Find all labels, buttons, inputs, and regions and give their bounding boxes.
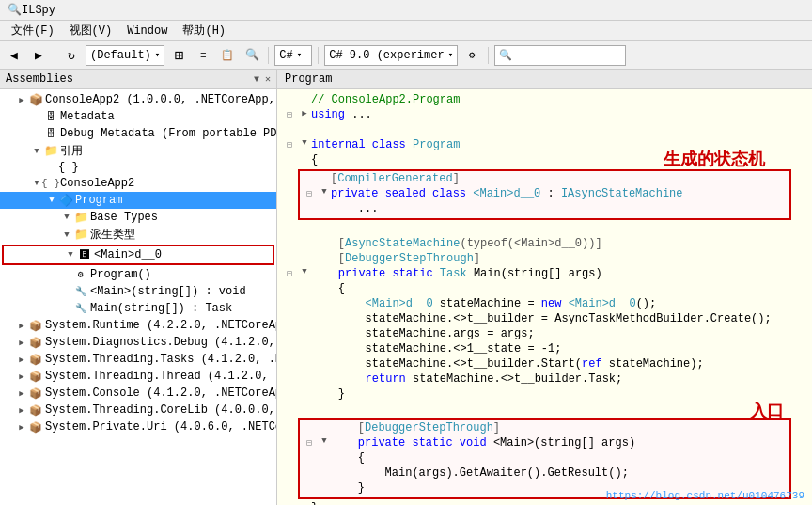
refresh-button[interactable]: ↻ (61, 45, 82, 66)
gutter-5 (281, 153, 298, 154)
lang-dropdown[interactable]: C# ▾ (274, 45, 312, 66)
collapse-button[interactable]: ▼ ✕ (254, 73, 271, 85)
label-sysprivateuri: System.Private.Uri (4.0.6.0, .NETCoreApp (45, 420, 276, 434)
gutter-27 (281, 501, 298, 502)
menu-file[interactable]: 文件(F) (4, 21, 62, 40)
gutter-8 (301, 202, 318, 203)
tree-item-program[interactable]: ▼ 🔷 Program (0, 192, 276, 209)
tree-item-main-str[interactable]: 🔧 <Main>(string[]) : void (0, 283, 276, 300)
back-button[interactable]: ◀ (4, 45, 24, 66)
tree-item-basetypes[interactable]: ▼ 📁 Base Types (0, 209, 276, 226)
gutter-17 (281, 342, 298, 343)
label-empty1: { } (58, 161, 79, 174)
label-refs: 引用 (60, 143, 83, 159)
label-metadata: Metadata (60, 110, 115, 123)
tree-item-debug-metadata[interactable]: 🗄 Debug Metadata (From portable PDE (0, 125, 276, 142)
asm-icon-sysdiag: 📦 (28, 335, 43, 350)
expander-prog[interactable]: ▼ (45, 194, 58, 207)
gutter-20 (281, 387, 298, 388)
search-box[interactable]: 🔍 (494, 45, 626, 66)
tree-item-main-task[interactable]: 🔧 Main(string[]) : Task (0, 300, 276, 317)
expander-systasks[interactable]: ▶ (15, 353, 28, 366)
gutter-13 (281, 282, 298, 283)
tree-item-refs[interactable]: ▼ 📁 引用 (0, 142, 276, 160)
icon-btn-2[interactable]: ≡ (193, 45, 213, 66)
titlebar-icon: 🔍 (8, 3, 22, 17)
toolbar-separator-4 (488, 47, 489, 64)
settings-button[interactable]: ⚙ (461, 45, 482, 66)
tree-item-sysprivateuri[interactable]: ▶ 📦 System.Private.Uri (4.0.6.0, .NETCor… (0, 418, 276, 435)
label-program: Program (75, 194, 122, 207)
code-content-13: { (311, 282, 808, 295)
tree-view[interactable]: ▶ 📦 ConsoleApp2 (1.0.0.0, .NETCoreApp, v… (0, 89, 276, 505)
menu-view[interactable]: 视图(V) (62, 21, 120, 40)
label-consoleapp2: ConsoleApp2 (1.0.0.0, .NETCoreApp, v3. (45, 93, 276, 106)
asm-icon-syscorelib: 📦 (28, 402, 43, 418)
forward-button[interactable]: ▶ (28, 45, 49, 66)
gutter-21 (281, 402, 298, 403)
tree-item-main-d0[interactable]: ▼ 🅱 <Main>d__0 (2, 245, 274, 265)
class-icon-maind0: 🅱 (77, 247, 92, 262)
exp-23[interactable]: ▼ (318, 436, 331, 446)
folder-icon-refs: 📁 (43, 144, 58, 159)
code-content-20: } (311, 387, 808, 401)
label-basetypes: Base Types (90, 211, 158, 224)
class-icon-prog: 🔷 (58, 193, 73, 208)
gutter-19 (281, 372, 298, 373)
expander-syscorelib[interactable]: ▶ (15, 403, 28, 417)
gutter-4: ⊟ (281, 138, 298, 150)
tree-item-syscorelib[interactable]: ▶ 📦 System.Threading.CoreLib (4.0.0.0, .… (0, 402, 276, 418)
menu-help[interactable]: 帮助(H) (175, 21, 233, 40)
expander-sysruntime[interactable]: ▶ (15, 319, 28, 332)
code-content-25: Main(args).GetAwaiter().GetResult(); (331, 466, 785, 480)
expander-sysprivateuri[interactable]: ▶ (15, 420, 28, 434)
code-content-15: stateMachine.<>t__builder = AsyncTaskMet… (311, 312, 808, 325)
gutter-16 (281, 327, 298, 328)
tree-item-systasks[interactable]: ▶ 📦 System.Threading.Tasks (4.1.2.0, .NE… (0, 351, 276, 368)
icon-btn-1[interactable]: ⊞ (168, 45, 189, 66)
expander-systhreadthread[interactable]: ▶ (15, 370, 28, 383)
tree-item-sysruntime[interactable]: ▶ 📦 System.Runtime (4.2.2.0, .NETCoreApp… (0, 317, 276, 334)
tree-item-sysconsole[interactable]: ▶ 📦 System.Console (4.1.2.0, .NETCoreApp… (0, 385, 276, 402)
expander-consoleapp2[interactable]: ▶ (15, 93, 28, 106)
menu-window[interactable]: Window (119, 23, 175, 39)
tree-item-derived[interactable]: ▼ 📁 派生类型 (0, 226, 276, 244)
exp-2[interactable]: ▶ (298, 108, 311, 118)
code-content-4: internal class Program (311, 138, 808, 151)
exp-12[interactable]: ▼ (298, 267, 311, 276)
expander-maintask (60, 302, 73, 315)
code-content-27: } (311, 501, 808, 505)
icon-btn-3[interactable]: 📋 (217, 45, 238, 66)
code-line-statemachine: <Main>d__0 stateMachine = new <Main>d__0… (277, 297, 812, 312)
tree-item-systhreadthread[interactable]: ▶ 📦 System.Threading.Thread (4.1.2.0, .N… (0, 368, 276, 385)
exp-7[interactable]: ▼ (318, 187, 331, 197)
ns-icon: { } (43, 176, 58, 191)
code-line-brace-open2: { (301, 451, 789, 466)
expander-sysconsole[interactable]: ▶ (15, 387, 28, 400)
code-content-21 (311, 402, 808, 416)
menubar: 文件(F) 视图(V) Window 帮助(H) (0, 21, 812, 41)
exp-4[interactable]: ▼ (298, 138, 311, 148)
expander-sysdiag[interactable]: ▶ (15, 336, 28, 349)
tree-item-consoleapp2[interactable]: ▶ 📦 ConsoleApp2 (1.0.0.0, .NETCoreApp, v… (0, 91, 276, 108)
expander-derived[interactable]: ▼ (60, 229, 73, 242)
version-dropdown[interactable]: C# 9.0 (experimer ▾ (324, 45, 458, 66)
label-systasks: System.Threading.Tasks (4.1.2.0, .NETCo (45, 353, 276, 366)
assemblies-title: Assemblies (6, 72, 73, 86)
tree-item-metadata[interactable]: 🗄 Metadata (0, 108, 276, 125)
left-panel: Assemblies ▼ ✕ ▶ 📦 ConsoleApp2 (1.0.0.0,… (0, 70, 277, 505)
icon-btn-4[interactable]: 🔍 (242, 45, 262, 66)
expander-maind0[interactable]: ▼ (64, 248, 77, 261)
code-content-14: <Main>d__0 stateMachine = new <Main>d__0… (311, 297, 808, 310)
method-icon-mainstr: 🔧 (73, 284, 88, 299)
tree-item-ns[interactable]: ▼ { } ConsoleApp2 (0, 175, 276, 192)
label-sysdiag: System.Diagnostics.Debug (4.1.2.0, .NET (45, 336, 276, 349)
code-area[interactable]: // ConsoleApp2.Program ⊞ ▶ using ... ⊟ ▼… (277, 89, 812, 505)
tree-item-ctor[interactable]: ⚙ Program() (0, 266, 276, 283)
tree-item-sysdiag[interactable]: ▶ 📦 System.Diagnostics.Debug (4.1.2.0, .… (0, 334, 276, 351)
default-dropdown[interactable]: (Default) ▾ (86, 45, 164, 66)
expander-bt[interactable]: ▼ (60, 211, 73, 224)
tree-item-empty1[interactable]: { } (0, 160, 276, 175)
code-line-main-decl: ⊟ ▼ private static Task Main(string[] ar… (277, 267, 812, 282)
expander-refs[interactable]: ▼ (30, 145, 43, 158)
